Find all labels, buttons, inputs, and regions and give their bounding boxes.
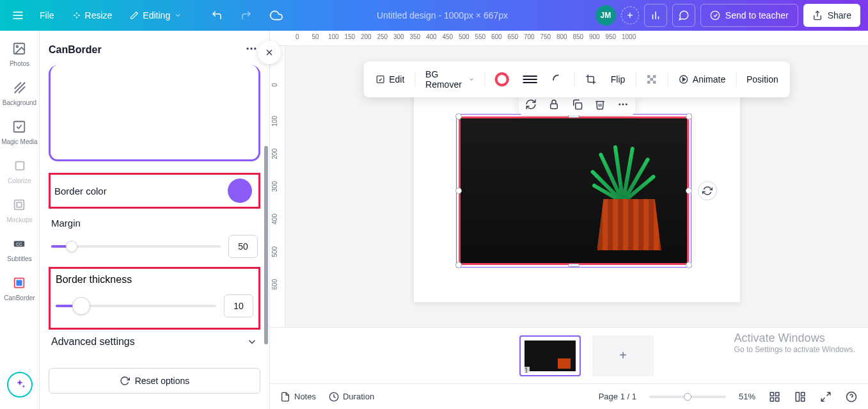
resize-handle-mr[interactable] bbox=[686, 188, 692, 194]
artboard[interactable] bbox=[414, 84, 740, 302]
border-preview bbox=[49, 65, 260, 161]
crop-button[interactable] bbox=[580, 70, 602, 89]
thumbnail-view-button[interactable] bbox=[794, 390, 807, 403]
subtitles-icon: CC bbox=[10, 235, 28, 253]
resize-handle-bm[interactable] bbox=[568, 264, 580, 267]
ruler-vertical: 0100200300400500600 bbox=[270, 46, 285, 327]
context-toolbar: Edit BG Remover Flip bbox=[363, 61, 790, 97]
side-panel: CanBorder Border color Margin 50 bbox=[40, 31, 270, 409]
menu-button[interactable] bbox=[8, 5, 28, 26]
photos-icon bbox=[10, 40, 28, 58]
page-thumbnail-1[interactable]: 1 bbox=[519, 335, 581, 376]
rail-magic-media[interactable]: Magic Media bbox=[1, 118, 38, 145]
thickness-value[interactable]: 10 bbox=[224, 294, 253, 317]
cloud-sync-button[interactable] bbox=[264, 5, 289, 26]
rail-canborder[interactable]: CanBorder bbox=[4, 274, 35, 301]
thickness-slider[interactable] bbox=[56, 305, 216, 307]
notes-button[interactable]: Notes bbox=[280, 392, 316, 402]
magic-fab-button[interactable] bbox=[7, 372, 33, 397]
thickness-slider-thumb[interactable] bbox=[72, 297, 90, 315]
edit-button[interactable]: Edit bbox=[370, 70, 409, 88]
svg-rect-45 bbox=[801, 392, 805, 396]
top-bar: File Resize Editing Untitled design - 10… bbox=[0, 0, 868, 31]
canvas-viewport[interactable]: Edit BG Remover Flip bbox=[285, 46, 868, 327]
share-label: Share bbox=[828, 10, 851, 20]
add-page-button[interactable]: + bbox=[592, 335, 654, 376]
svg-rect-13 bbox=[14, 122, 25, 132]
svg-rect-43 bbox=[776, 397, 779, 401]
more-options-button[interactable] bbox=[616, 97, 630, 111]
rail-subtitles[interactable]: CC Subtitles bbox=[7, 235, 31, 262]
magic-media-icon bbox=[10, 118, 28, 136]
delete-button[interactable] bbox=[593, 97, 607, 111]
border-color-swatch[interactable] bbox=[228, 179, 252, 203]
margin-slider-thumb[interactable] bbox=[66, 241, 77, 252]
selected-image[interactable] bbox=[459, 116, 689, 265]
page-strip: 1 + Activate Windows Go to Settings to a… bbox=[270, 327, 868, 383]
redo-button[interactable] bbox=[234, 6, 258, 25]
reset-options-button[interactable]: Reset options bbox=[49, 368, 260, 394]
file-menu[interactable]: File bbox=[33, 6, 61, 24]
sync-button[interactable] bbox=[698, 181, 717, 200]
panel-scrollbar[interactable] bbox=[264, 146, 268, 344]
corner-style-button[interactable] bbox=[546, 69, 569, 90]
editing-label: Editing bbox=[143, 10, 170, 20]
svg-rect-20 bbox=[17, 280, 22, 285]
svg-rect-35 bbox=[575, 103, 581, 109]
duration-icon bbox=[329, 392, 339, 402]
page-number: 1 bbox=[523, 367, 530, 374]
transparency-button[interactable] bbox=[641, 70, 663, 89]
line-style-button[interactable] bbox=[518, 72, 542, 87]
help-button[interactable] bbox=[845, 390, 858, 403]
resize-handle-tr[interactable] bbox=[686, 113, 692, 120]
resize-handle-tl[interactable] bbox=[455, 113, 462, 120]
resize-handle-br[interactable] bbox=[686, 262, 692, 268]
undo-button[interactable] bbox=[205, 6, 229, 25]
page-indicator[interactable]: Page 1 / 1 bbox=[599, 392, 636, 401]
rail-background[interactable]: Background bbox=[3, 79, 36, 106]
grid-view-button[interactable] bbox=[768, 390, 781, 403]
comment-button[interactable] bbox=[672, 4, 695, 27]
rail-background-label: Background bbox=[3, 99, 36, 106]
flip-button[interactable]: Flip bbox=[606, 70, 631, 88]
send-to-teacher-button[interactable]: Send to teacher bbox=[700, 4, 798, 27]
share-button[interactable]: Share bbox=[803, 4, 860, 27]
document-title[interactable]: Untitled design - 1000px × 667px bbox=[377, 10, 508, 20]
editing-mode-dropdown[interactable]: Editing bbox=[123, 6, 188, 24]
margin-value[interactable]: 50 bbox=[228, 235, 258, 258]
animate-button[interactable]: Animate bbox=[674, 70, 730, 88]
zoom-value[interactable]: 51% bbox=[739, 392, 755, 401]
rail-photos[interactable]: Photos bbox=[10, 40, 29, 67]
margin-slider[interactable] bbox=[51, 245, 221, 248]
resize-handle-bl[interactable] bbox=[455, 262, 462, 268]
zoom-thumb[interactable] bbox=[684, 393, 691, 401]
analytics-button[interactable] bbox=[644, 4, 667, 27]
lock-button[interactable] bbox=[547, 97, 561, 111]
rail-colorize[interactable]: Colorize bbox=[8, 157, 31, 184]
rail-mockups[interactable]: Mockups bbox=[6, 196, 32, 223]
reset-label: Reset options bbox=[135, 376, 190, 386]
border-thickness-highlight: Border thickness 10 bbox=[49, 267, 260, 330]
user-avatar[interactable]: JM bbox=[596, 5, 616, 26]
edit-icon bbox=[375, 74, 385, 84]
add-collaborator-button[interactable]: + bbox=[621, 6, 639, 24]
advanced-settings-toggle[interactable]: Advanced settings bbox=[49, 330, 260, 354]
duration-button[interactable]: Duration bbox=[329, 392, 374, 402]
bottom-bar: Notes Duration Page 1 / 1 51% bbox=[270, 383, 868, 409]
colorize-icon bbox=[11, 157, 29, 175]
svg-rect-27 bbox=[647, 75, 651, 78]
close-panel-button[interactable] bbox=[258, 41, 281, 64]
duplicate-button[interactable] bbox=[570, 97, 584, 111]
position-button[interactable]: Position bbox=[741, 70, 784, 88]
zoom-slider[interactable] bbox=[649, 396, 726, 398]
resize-button[interactable]: Resize bbox=[66, 6, 119, 24]
fullscreen-button[interactable] bbox=[819, 390, 832, 403]
resize-handle-ml[interactable] bbox=[455, 188, 462, 194]
border-color-button[interactable] bbox=[490, 68, 514, 90]
rail-magic-media-label: Magic Media bbox=[1, 138, 38, 145]
bg-remover-button[interactable]: BG Remover bbox=[420, 65, 479, 93]
regenerate-button[interactable] bbox=[524, 97, 538, 111]
pot-graphic bbox=[597, 199, 661, 250]
rail-canborder-label: CanBorder bbox=[4, 294, 35, 301]
svg-line-47 bbox=[827, 392, 830, 396]
